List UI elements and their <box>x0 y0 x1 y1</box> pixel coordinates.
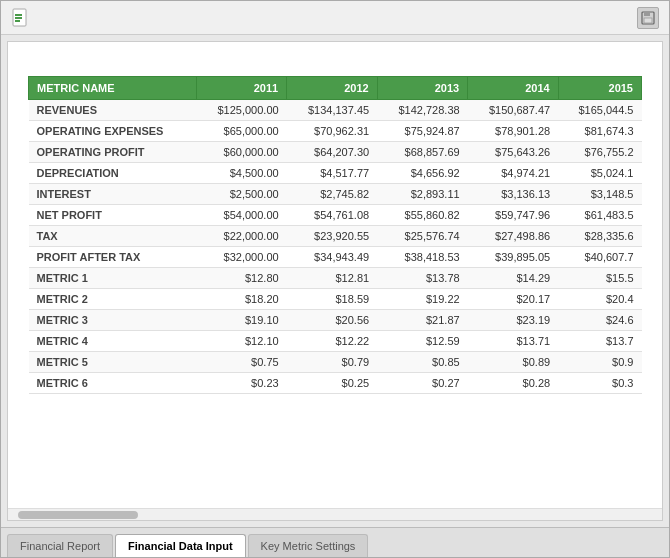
cell-r0-c1: $125,000.00 <box>196 100 287 121</box>
cell-r3-c2: $4,517.77 <box>287 163 378 184</box>
financial-table: METRIC NAME20112012201320142015 REVENUES… <box>28 76 642 394</box>
svg-rect-5 <box>644 12 650 16</box>
tabs-bar: Financial ReportFinancial Data InputKey … <box>1 527 669 557</box>
table-row: INTEREST$2,500.00$2,745.82$2,893.11$3,13… <box>29 184 642 205</box>
svg-rect-6 <box>644 18 652 23</box>
table-row: METRIC 6$0.23$0.25$0.27$0.28$0.3 <box>29 373 642 394</box>
table-body: REVENUES$125,000.00$134,137.45$142,728.3… <box>29 100 642 394</box>
cell-r11-c3: $12.59 <box>377 331 468 352</box>
cell-r10-c1: $19.10 <box>196 310 287 331</box>
cell-r5-c4: $59,747.96 <box>468 205 559 226</box>
cell-r4-c2: $2,745.82 <box>287 184 378 205</box>
cell-r0-c5: $165,044.5 <box>558 100 641 121</box>
table-row: PROFIT AFTER TAX$32,000.00$34,943.49$38,… <box>29 247 642 268</box>
cell-r13-c5: $0.3 <box>558 373 641 394</box>
cell-r1-c5: $81,674.3 <box>558 121 641 142</box>
column-header-0: METRIC NAME <box>29 77 197 100</box>
cell-r2-c2: $64,207.30 <box>287 142 378 163</box>
cell-r8-c2: $12.81 <box>287 268 378 289</box>
cell-r6-c4: $27,498.86 <box>468 226 559 247</box>
table-row: METRIC 5$0.75$0.79$0.85$0.89$0.9 <box>29 352 642 373</box>
cell-r6-c0: TAX <box>29 226 197 247</box>
cell-r13-c4: $0.28 <box>468 373 559 394</box>
cell-r12-c4: $0.89 <box>468 352 559 373</box>
cell-r7-c3: $38,418.53 <box>377 247 468 268</box>
cell-r10-c4: $23.19 <box>468 310 559 331</box>
cell-r12-c2: $0.79 <box>287 352 378 373</box>
cell-r2-c1: $60,000.00 <box>196 142 287 163</box>
table-header-row: METRIC NAME20112012201320142015 <box>29 77 642 100</box>
title-bar-left <box>11 8 43 28</box>
horizontal-scrollbar[interactable] <box>8 508 662 520</box>
cell-r6-c1: $22,000.00 <box>196 226 287 247</box>
cell-r6-c5: $28,335.6 <box>558 226 641 247</box>
cell-r13-c1: $0.23 <box>196 373 287 394</box>
cell-r9-c2: $18.59 <box>287 289 378 310</box>
table-row: OPERATING PROFIT$60,000.00$64,207.30$68,… <box>29 142 642 163</box>
cell-r9-c0: METRIC 2 <box>29 289 197 310</box>
tab-key-metric-settings[interactable]: Key Metric Settings <box>248 534 369 557</box>
cell-r10-c2: $20.56 <box>287 310 378 331</box>
cell-r11-c4: $13.71 <box>468 331 559 352</box>
cell-r13-c3: $0.27 <box>377 373 468 394</box>
cell-r7-c0: PROFIT AFTER TAX <box>29 247 197 268</box>
cell-r4-c3: $2,893.11 <box>377 184 468 205</box>
cell-r2-c5: $76,755.2 <box>558 142 641 163</box>
cell-r5-c3: $55,860.82 <box>377 205 468 226</box>
cell-r13-c2: $0.25 <box>287 373 378 394</box>
cell-r12-c3: $0.85 <box>377 352 468 373</box>
table-row: METRIC 1$12.80$12.81$13.78$14.29$15.5 <box>29 268 642 289</box>
cell-r1-c2: $70,962.31 <box>287 121 378 142</box>
cell-r4-c0: INTEREST <box>29 184 197 205</box>
cell-r3-c5: $5,024.1 <box>558 163 641 184</box>
svg-rect-2 <box>15 17 22 19</box>
cell-r5-c5: $61,483.5 <box>558 205 641 226</box>
cell-r8-c3: $13.78 <box>377 268 468 289</box>
column-header-1: 2011 <box>196 77 287 100</box>
table-row: METRIC 3$19.10$20.56$21.87$23.19$24.6 <box>29 310 642 331</box>
scrollbar-thumb[interactable] <box>18 511 138 519</box>
cell-r5-c2: $54,761.08 <box>287 205 378 226</box>
cell-r0-c4: $150,687.47 <box>468 100 559 121</box>
cell-r7-c5: $40,607.7 <box>558 247 641 268</box>
cell-r3-c3: $4,656.92 <box>377 163 468 184</box>
cell-r4-c1: $2,500.00 <box>196 184 287 205</box>
cell-r0-c2: $134,137.45 <box>287 100 378 121</box>
column-header-2: 2012 <box>287 77 378 100</box>
cell-r8-c1: $12.80 <box>196 268 287 289</box>
cell-r10-c5: $24.6 <box>558 310 641 331</box>
cell-r12-c1: $0.75 <box>196 352 287 373</box>
cell-r0-c0: REVENUES <box>29 100 197 121</box>
table-row: METRIC 2$18.20$18.59$19.22$20.17$20.4 <box>29 289 642 310</box>
cell-r9-c4: $20.17 <box>468 289 559 310</box>
cell-r13-c0: METRIC 6 <box>29 373 197 394</box>
table-row: TAX$22,000.00$23,920.55$25,576.74$27,498… <box>29 226 642 247</box>
cell-r3-c0: DEPRECIATION <box>29 163 197 184</box>
cell-r3-c1: $4,500.00 <box>196 163 287 184</box>
cell-r6-c3: $25,576.74 <box>377 226 468 247</box>
cell-r8-c0: METRIC 1 <box>29 268 197 289</box>
cell-r7-c4: $39,895.05 <box>468 247 559 268</box>
cell-r9-c5: $20.4 <box>558 289 641 310</box>
tab-financial-data-input[interactable]: Financial Data Input <box>115 534 246 557</box>
tab-financial-report[interactable]: Financial Report <box>7 534 113 557</box>
cell-r7-c1: $32,000.00 <box>196 247 287 268</box>
save-button[interactable] <box>637 7 659 29</box>
cell-r5-c0: NET PROFIT <box>29 205 197 226</box>
cell-r7-c2: $34,943.49 <box>287 247 378 268</box>
main-window: METRIC NAME20112012201320142015 REVENUES… <box>0 0 670 558</box>
cell-r2-c0: OPERATING PROFIT <box>29 142 197 163</box>
cell-r10-c3: $21.87 <box>377 310 468 331</box>
svg-rect-1 <box>15 14 22 16</box>
cell-r12-c0: METRIC 5 <box>29 352 197 373</box>
cell-r8-c4: $14.29 <box>468 268 559 289</box>
cell-r10-c0: METRIC 3 <box>29 310 197 331</box>
table-row: OPERATING EXPENSES$65,000.00$70,962.31$7… <box>29 121 642 142</box>
cell-r0-c3: $142,728.38 <box>377 100 468 121</box>
cell-r5-c1: $54,000.00 <box>196 205 287 226</box>
cell-r1-c3: $75,924.87 <box>377 121 468 142</box>
cell-r1-c1: $65,000.00 <box>196 121 287 142</box>
cell-r11-c2: $12.22 <box>287 331 378 352</box>
cell-r8-c5: $15.5 <box>558 268 641 289</box>
cell-r4-c5: $3,148.5 <box>558 184 641 205</box>
